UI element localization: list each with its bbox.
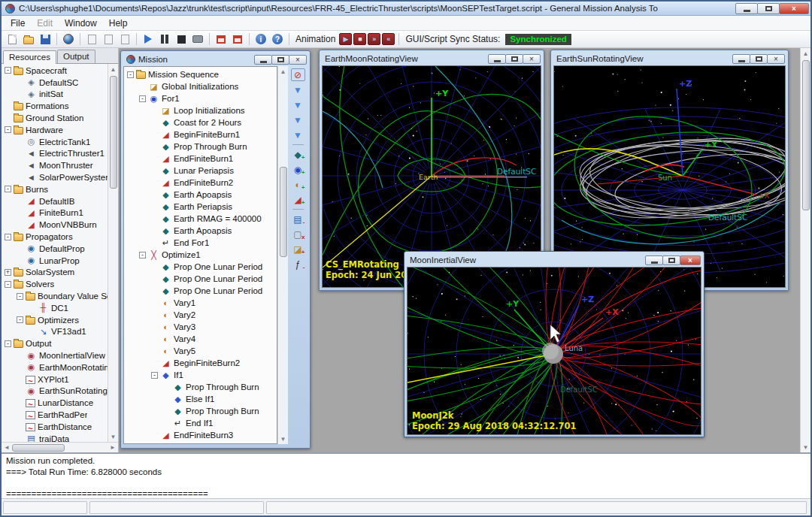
mission-tree-item[interactable]: EndFiniteBurn3	[124, 429, 277, 441]
mission-tree-item[interactable]: BeginFiniteBurn2	[124, 357, 277, 369]
mission-vscrollbar[interactable]: ▲ ▼	[277, 66, 288, 444]
resource-tree-item[interactable]: Formations	[2, 100, 108, 112]
resource-tree-item[interactable]: EarthRadPer	[2, 409, 108, 421]
resource-tree-item[interactable]: LunarProp	[2, 255, 108, 267]
resources-vscrollbar[interactable]: ▲ ▼	[108, 64, 118, 442]
mission-tree-item[interactable]: Earth Periapsis	[124, 201, 277, 213]
mission-tree-item[interactable]: Vary2	[124, 309, 277, 321]
resource-tree-item[interactable]: ElectricThruster1	[2, 148, 108, 160]
resource-tree-item[interactable]: EarthSunRotatingView	[2, 385, 108, 398]
message-window[interactable]: Mission run completed.===> Total Run Tim…	[2, 452, 810, 498]
earth-moon-minimize-button[interactable]	[488, 54, 506, 64]
animation-slower-button[interactable]: «	[382, 33, 395, 45]
mission-tool-button[interactable]: ▼	[291, 113, 305, 126]
mission-tool-button[interactable]: ▢ x	[291, 228, 305, 240]
resource-tree-item[interactable]: DefaultSC	[2, 77, 108, 89]
earth-sun-titlebar[interactable]: EarthSunRotatingView ×	[553, 52, 786, 65]
mission-tree-item[interactable]: Coast for 2 Hours	[124, 116, 277, 128]
resource-tree-item[interactable]: - Optimizers	[2, 314, 108, 326]
mission-window[interactable]: Mission × - Mission Seq	[120, 50, 311, 449]
mission-titlebar[interactable]: Mission ×	[123, 53, 308, 66]
mission-tool-button[interactable]: ▼	[291, 98, 305, 111]
mission-tree-item[interactable]: EndFiniteBurn2	[124, 177, 277, 189]
pause-button[interactable]	[157, 32, 172, 47]
mission-close-button[interactable]: ×	[289, 55, 307, 65]
animation-faster-button[interactable]: »	[368, 33, 380, 45]
menu-item[interactable]: Window	[59, 17, 103, 30]
menu-item[interactable]: Help	[103, 17, 134, 30]
mission-tree-item[interactable]: EndFiniteBurn1	[124, 153, 277, 165]
mission-tool-button[interactable]: ƒ -	[291, 258, 305, 271]
earth-moon-maximize-button[interactable]	[505, 54, 523, 64]
menu-item[interactable]: Edit	[31, 17, 59, 30]
resource-tree-item[interactable]: EarthDistance	[2, 421, 108, 433]
expander-icon[interactable]: -	[5, 281, 11, 288]
minimize-button[interactable]	[735, 3, 758, 14]
help-button[interactable]: ?	[270, 32, 285, 47]
resource-tree-item[interactable]: + SolarSystem	[2, 267, 108, 279]
close-button[interactable]: ×	[779, 3, 809, 14]
expander-icon[interactable]: -	[5, 67, 11, 74]
mission-maximize-button[interactable]	[271, 55, 289, 65]
resource-tree-item[interactable]: - Output	[2, 337, 108, 349]
moon-inertial-close-button[interactable]: ×	[680, 255, 701, 265]
mission-tool-button[interactable]: ▼	[291, 83, 305, 96]
resource-tree-item[interactable]: - Spacecraft	[2, 65, 108, 77]
earth-moon-close-button[interactable]: ×	[523, 54, 541, 64]
expander-icon[interactable]: -	[127, 71, 134, 78]
mission-tree-item[interactable]: Vary3	[124, 321, 277, 333]
resource-tree-item[interactable]: XYPlot1	[2, 373, 108, 385]
moon-inertial-maximize-button[interactable]	[662, 255, 680, 265]
mission-tree-item[interactable]: Prop One Lunar Period	[124, 261, 277, 273]
stop-button[interactable]	[174, 32, 189, 47]
mission-tree-item[interactable]: - If1	[124, 369, 277, 381]
expander-icon[interactable]: -	[5, 126, 11, 133]
moon-inertial-titlebar[interactable]: MoonInertialView ×	[407, 253, 701, 267]
mdi-vscrollbar[interactable]: ▲ ▼	[800, 48, 810, 452]
expander-icon[interactable]: -	[151, 372, 158, 379]
tab-resources[interactable]: Resources	[3, 50, 56, 64]
moon-inertial-canvas[interactable]: +Y +Z +X Luna DefaultSC MoonJ2k Epoch: 2…	[407, 267, 701, 435]
mission-tree-item[interactable]: Vary1	[124, 297, 277, 309]
mission-tree-item[interactable]: Lunar Periapsis	[124, 165, 277, 177]
resource-tree-item[interactable]: - Propagators	[2, 231, 108, 243]
resource-tree-item[interactable]: Ground Station	[2, 112, 108, 124]
resource-tree-item[interactable]: DefaultProp	[2, 243, 108, 255]
close-current-button[interactable]	[230, 32, 245, 47]
mission-tree-item[interactable]: Prop Through Burn	[124, 141, 277, 153]
resources-hscrollbar[interactable]: ◄ ►	[2, 442, 118, 452]
resource-tree-item[interactable]: initSat	[2, 89, 108, 101]
earth-sun-close-button[interactable]: ×	[767, 54, 785, 64]
mission-tree-item[interactable]: Prop One Lunar Period	[124, 285, 277, 297]
resource-tree-item[interactable]: trajData	[2, 433, 108, 442]
earth-moon-titlebar[interactable]: EarthMoonRotatingView ×	[322, 52, 541, 65]
tab-output[interactable]: Output	[57, 50, 95, 63]
expander-icon[interactable]: -	[139, 95, 146, 102]
animation-stop-button[interactable]: ■	[353, 33, 366, 45]
mission-minimize-button[interactable]	[254, 55, 272, 65]
new-script-button[interactable]	[5, 32, 20, 47]
mission-tool-button[interactable]: ▼	[291, 128, 305, 141]
expander-icon[interactable]: -	[5, 234, 11, 240]
resource-tree-item[interactable]: - Solvers	[2, 278, 108, 290]
web-help-button[interactable]	[61, 32, 76, 47]
mission-tool-button[interactable]: ⊘	[291, 68, 305, 81]
mission-tool-button[interactable]: ◆ +	[291, 148, 305, 161]
resource-tree-item[interactable]: MoonVNBBurn	[2, 219, 108, 231]
expander-icon[interactable]: -	[5, 186, 11, 192]
resource-tree-item[interactable]: MoonInertialView	[2, 349, 108, 361]
mission-tree-item[interactable]: Earth Apoapsis	[124, 189, 277, 201]
mission-tool-button[interactable]: ◢ +	[291, 193, 305, 206]
mission-tree-item[interactable]: End If1	[124, 417, 277, 429]
mission-tree-item[interactable]: Coast	[124, 441, 277, 444]
expander-icon[interactable]: -	[17, 316, 23, 323]
mission-tree-item[interactable]: Vary5	[124, 345, 277, 357]
mission-tree-item[interactable]: BeginFiniteBurn1	[124, 128, 277, 141]
script-save-button[interactable]	[117, 32, 132, 47]
expander-icon[interactable]: -	[139, 252, 146, 258]
save-button[interactable]	[38, 32, 53, 47]
mission-tree-item[interactable]: Prop Through Burn	[124, 405, 277, 417]
mission-tree-item[interactable]: - Mission Sequence	[124, 68, 277, 80]
open-button[interactable]	[21, 32, 36, 47]
mission-tree-item[interactable]: Prop One Lunar Period	[124, 273, 277, 285]
